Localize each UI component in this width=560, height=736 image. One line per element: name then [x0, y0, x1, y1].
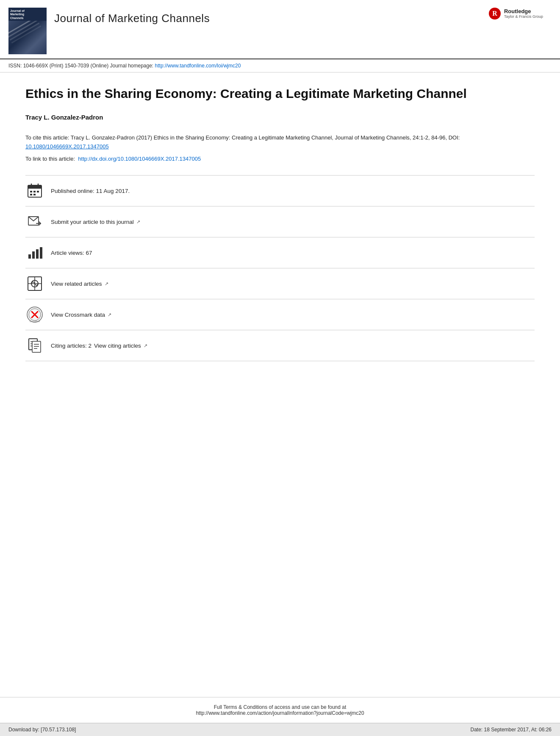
citing-text[interactable]: Citing articles: 2 View citing articles …: [51, 343, 147, 349]
svg-rect-5: [33, 191, 36, 192]
cite-text: Tracy L. Gonzalez-Padron (2017) Ethics i…: [71, 134, 460, 141]
crossmark-link[interactable]: View Crossmark data: [51, 312, 105, 318]
issn-bar: ISSN: 1046-669X (Print) 1540-7039 (Onlin…: [0, 59, 560, 72]
published-text: Published online: 11 Aug 2017.: [51, 188, 130, 194]
header: Journal ofMarketingChannels Journal of M…: [0, 0, 560, 59]
journal-title: Journal of Marketing Channels: [54, 12, 210, 25]
action-item-crossmark[interactable]: CrossMark View Crossmark data ↗: [25, 299, 535, 330]
related-link[interactable]: View related articles: [51, 281, 102, 287]
related-icon: [25, 274, 44, 293]
related-external-icon: ↗: [105, 281, 108, 287]
bottom-bar: Download by: [70.57.173.108] Date: 18 Se…: [0, 723, 560, 736]
download-by: Download by: [70.57.173.108]: [8, 727, 76, 733]
crossmark-text[interactable]: View Crossmark data ↗: [51, 312, 111, 318]
action-item-submit[interactable]: Submit your article to this journal ↗: [25, 206, 535, 237]
link-label: To link to this article:: [25, 156, 75, 162]
journal-cover: Journal ofMarketingChannels: [8, 8, 47, 54]
cite-doi-link[interactable]: 10.1080/1046669X.2017.1347005: [25, 143, 109, 150]
svg-rect-1: [28, 185, 42, 189]
journal-title-area: Journal of Marketing Channels: [54, 8, 210, 25]
submit-text[interactable]: Submit your article to this journal ↗: [51, 219, 140, 225]
citing-external-icon: ↗: [144, 343, 147, 348]
action-item-published: Published online: 11 Aug 2017.: [25, 175, 535, 206]
footer-line2: http://www.tandfonline.com/action/journa…: [17, 710, 543, 716]
chart-icon: [25, 243, 44, 262]
action-list: Published online: 11 Aug 2017. Submit yo…: [25, 175, 535, 361]
citation-block: To cite this article: Tracy L. Gonzalez-…: [25, 134, 535, 151]
date-label: Date:: [471, 727, 483, 733]
link-block: To link to this article: http://dx.doi.o…: [25, 155, 535, 164]
svg-rect-4: [30, 191, 32, 192]
journal-cover-top-text: Journal ofMarketingChannels: [8, 8, 47, 21]
svg-rect-8: [33, 194, 36, 195]
article-title: Ethics in the Sharing Economy: Creating …: [25, 85, 535, 102]
action-item-related[interactable]: View related articles ↗: [25, 268, 535, 299]
routledge-name: Routledge: [504, 8, 543, 15]
citing-icon: [25, 336, 44, 355]
svg-rect-14: [40, 247, 42, 259]
crossmark-external-icon: ↗: [108, 312, 111, 318]
cite-label: To cite this article:: [25, 134, 69, 141]
views-text: Article views: 67: [51, 250, 92, 256]
issn-text: ISSN: 1046-669X (Print) 1540-7039 (Onlin…: [8, 63, 153, 69]
date-value: 18 September 2017, At: 06:26: [484, 727, 552, 733]
issn-url[interactable]: http://www.tandfonline.com/loi/wjmc20: [155, 63, 241, 69]
date-info: Date: 18 September 2017, At: 06:26: [471, 727, 552, 733]
crossmark-icon: CrossMark: [25, 305, 44, 324]
svg-rect-6: [37, 191, 39, 192]
submit-link[interactable]: Submit your article to this journal: [51, 219, 134, 225]
svg-rect-28: [32, 341, 41, 352]
routledge-text: Routledge Taylor & Francis Group: [504, 8, 543, 19]
svg-rect-13: [36, 249, 39, 259]
calendar-icon: [25, 181, 44, 200]
footer: Full Terms & Conditions of access and us…: [0, 697, 560, 723]
page-wrapper: Journal ofMarketingChannels Journal of M…: [0, 0, 560, 736]
routledge-logo: R Routledge Taylor & Francis Group: [489, 8, 543, 20]
footer-url[interactable]: http://www.tandfonline.com/action/journa…: [196, 710, 364, 716]
svg-rect-12: [32, 251, 35, 259]
submit-icon: [25, 212, 44, 231]
action-item-views: Article views: 67: [25, 237, 535, 268]
routledge-sub: Taylor & Francis Group: [504, 14, 543, 19]
routledge-r-icon: R: [489, 8, 501, 20]
footer-line1: Full Terms & Conditions of access and us…: [17, 704, 543, 710]
svg-text:CrossMark: CrossMark: [30, 320, 40, 323]
author-name: Tracy L. Gonzalez-Padron: [25, 114, 535, 121]
journal-cover-image: [8, 21, 47, 54]
svg-rect-11: [28, 254, 31, 259]
main-content: Ethics in the Sharing Economy: Creating …: [0, 72, 560, 697]
citing-link[interactable]: View citing articles: [94, 343, 141, 349]
action-item-citing[interactable]: Citing articles: 2 View citing articles …: [25, 330, 535, 361]
article-doi-link[interactable]: http://dx.doi.org/10.1080/1046669X.2017.…: [78, 156, 201, 162]
svg-rect-7: [30, 194, 32, 195]
related-text[interactable]: View related articles ↗: [51, 281, 108, 287]
submit-external-icon: ↗: [136, 219, 140, 225]
